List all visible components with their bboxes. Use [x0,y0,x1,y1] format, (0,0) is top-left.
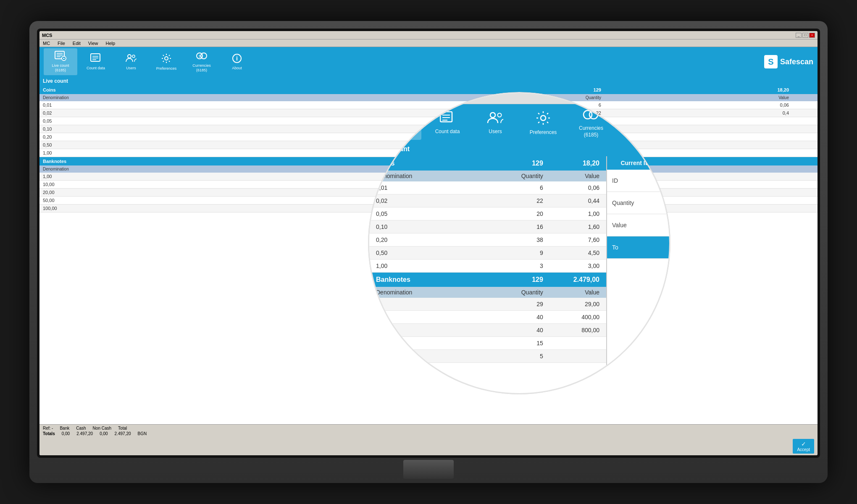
toolbar-about[interactable]: i About [220,48,254,75]
svg-point-15 [201,53,207,59]
svg-text:i: i [236,55,238,62]
zoom-live-count-header: Live count [369,142,669,156]
table-row: 0,02220,44 [369,194,606,207]
totals-labels: Ref: - Bank Cash Non Cash Total [43,426,814,430]
zoom-count-data-icon [440,111,455,127]
menu-mc[interactable]: MC [41,41,52,46]
zoom-quantity-field: Quantity [607,192,669,214]
zoom-banknotes-qty: 129 [499,273,550,287]
toolbar-about-label: About [232,66,242,71]
safescan-icon: S [764,55,778,68]
toolbar-small: Live count(6185) Count data [39,47,818,76]
table-row: 40400,00 [369,311,606,324]
monitor-screen: MCS _ □ × MC File Edit View Help [39,31,818,455]
table-row: 0,0160,06 [369,181,606,194]
accept-button[interactable]: ✓ Accept [793,439,814,454]
zoom-users-label: Users [489,129,502,135]
zoom-coins-val: 18,20 [550,156,606,171]
coins-label: Coins [39,86,375,94]
accept-btn-area: ✓ Accept [39,437,818,455]
zoom-denom-col: Denomination [369,171,499,181]
zoom-data-table: Coins 129 18,20 Denomination Quantity Va… [369,156,606,363]
svg-text:$: $ [199,54,201,58]
toolbar-preferences-label: Preferences [156,66,177,71]
zoom-content: Edit View Help [369,93,669,393]
count-data-icon [90,53,101,65]
zoom-users-icon [487,111,504,127]
window-title: MCS [42,33,52,38]
totals-values: Totals 0,00 2.497,20 0,00 2.497,20 BGN [43,431,814,436]
table-row: 0,10161,60 [369,220,606,234]
totals-bar: Ref: - Bank Cash Non Cash Total Totals 0… [39,424,818,437]
zoom-bn-val-col: Value [550,287,606,298]
cut-col [792,86,818,94]
toolbar-live-count[interactable]: Live count(6185) [44,48,77,75]
minimize-button[interactable]: _ [796,33,802,38]
zoom-toolbar-preferences[interactable]: Preferences [521,106,565,140]
toolbar-live-count-label: Live count(6185) [52,63,69,73]
zoom-banknotes-label: Banknotes [369,273,499,287]
zoom-toolbar-users[interactable]: Users [473,106,517,140]
toolbar-count-data[interactable]: Count data [79,48,113,75]
toolbar-currencies-label: Currencies(6185) [192,63,211,73]
bank-label: Bank [60,426,69,430]
svg-point-13 [165,57,168,60]
menu-file[interactable]: File [56,41,67,46]
title-bar: MCS _ □ × [39,31,818,39]
close-button[interactable]: × [809,33,815,38]
zoom-bn-denom-col: Denomination [369,287,499,298]
svg-point-11 [128,55,131,58]
zoom-preferences-icon [536,110,551,128]
svg-point-31 [498,113,502,117]
currency-val: BGN [138,431,147,436]
menu-bar: MC File Edit View Help [39,39,818,47]
toolbar-preferences[interactable]: Preferences [150,48,183,75]
non-cash-val: 0,00 [100,431,108,436]
safescan-text: Safescan [780,58,813,66]
about-icon: i [232,53,242,65]
menu-edit[interactable]: Edit [71,41,82,46]
zoom-qty-col: Quantity [499,171,550,181]
toolbar-users[interactable]: Users [114,48,148,75]
totals-row-label: Totals [43,431,55,436]
val-col-label: Value [605,94,792,101]
zoom-preferences-label: Preferences [530,129,557,136]
title-bar-controls: _ □ × [796,33,815,38]
coins-col-header: Denomination Quantity Value [39,94,818,101]
live-count-section-header: Live count [39,76,818,86]
toolbar-count-data-label: Count data [87,66,105,71]
zoom-banknotes-col-header: Denomination Quantity Value [369,287,606,298]
zoom-currencies-label: Currencies(6185) [579,125,603,138]
cash-label: Cash [76,426,86,430]
safescan-logo: S Safescan [764,55,813,68]
zoom-to-field: To [607,236,669,259]
svg-point-30 [490,113,495,118]
table-row: 0,20387,60 [369,234,606,247]
svg-rect-7 [91,54,100,61]
maximize-button[interactable]: □ [802,33,808,38]
bank-val: 0,00 [62,431,70,436]
live-count-icon [55,51,66,63]
total-val: 2.497,20 [115,431,131,436]
table-row: 0,05201,00 [369,207,606,220]
menu-help[interactable]: Help [104,41,117,46]
accept-label: Accept [797,447,810,452]
toolbar-currencies[interactable]: $ Currencies(6185) [185,48,218,75]
zoom-coins-header: Coins 129 18,20 [369,156,606,171]
table-row: 1,0033,00 [369,260,606,273]
ref-label: Ref: - [43,426,53,430]
zoom-val-col: Value [550,171,606,181]
monitor-stand [403,460,454,479]
coins-total-val: 18,20 [605,86,792,94]
table-row: 2929,00 [369,298,606,311]
table-row: 40800,00 [369,324,606,337]
zoom-bn-qty-col: Quantity [499,287,550,298]
svg-point-12 [132,55,135,58]
denom-col-label: Denomination [39,94,375,101]
menu-view[interactable]: View [87,41,100,46]
table-row: 0,02220,4 [39,109,818,117]
banknotes-label: Banknotes [39,157,375,166]
table-row: 0,0160,06 [39,101,818,109]
coins-header-row: Coins 129 18,20 [39,86,818,94]
users-icon [125,53,137,65]
